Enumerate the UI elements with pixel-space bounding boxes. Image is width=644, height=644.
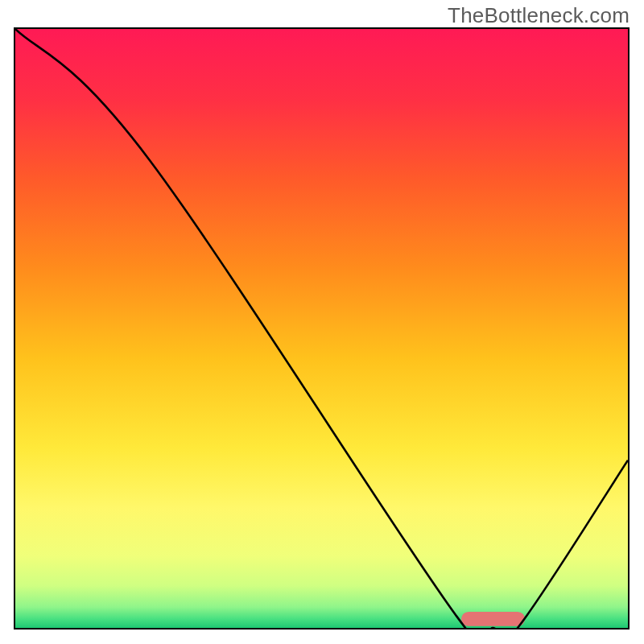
plot-area [14,27,630,630]
chart-frame: TheBottleneck.com [0,0,644,644]
watermark-text: TheBottleneck.com [448,3,630,28]
chart-svg [15,29,628,628]
gradient-fill [15,29,628,628]
